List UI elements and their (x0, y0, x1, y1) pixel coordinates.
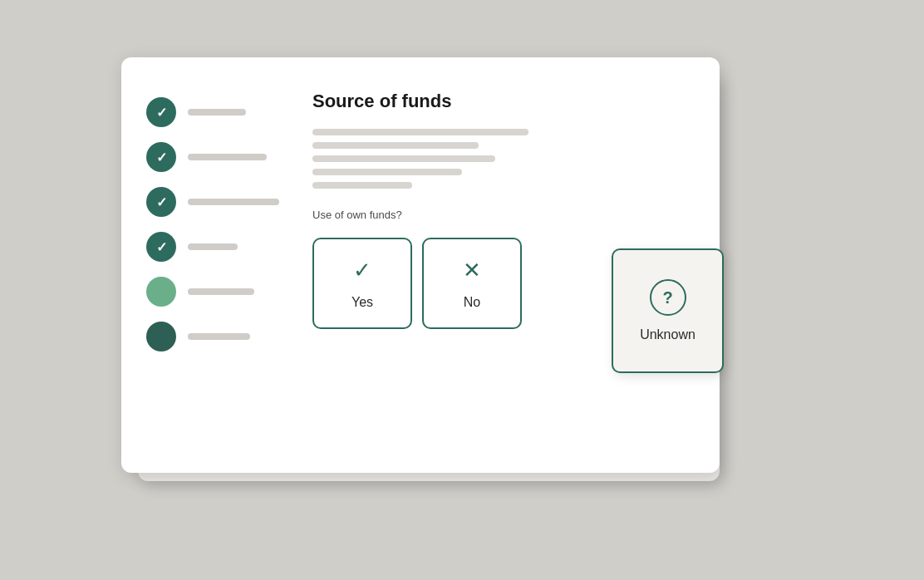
sidebar-item-4: ✓ (146, 232, 279, 262)
circle-6 (146, 322, 176, 351)
no-button[interactable]: ✕ No (422, 238, 522, 329)
unknown-card[interactable]: ? Unknown (612, 248, 724, 373)
yes-button[interactable]: ✓ Yes (312, 238, 412, 329)
text-lines (312, 129, 686, 189)
item-line-2 (188, 154, 267, 160)
yes-label: Yes (351, 295, 373, 310)
circle-2: ✓ (146, 142, 176, 172)
circle-4: ✓ (146, 232, 176, 262)
unknown-icon: ? (650, 279, 686, 316)
item-line-4 (188, 243, 238, 250)
no-icon: ✕ (463, 258, 481, 283)
sidebar-item-2: ✓ (146, 142, 279, 172)
check-icon-4: ✓ (156, 239, 167, 255)
text-line-1 (312, 129, 528, 135)
no-label: No (464, 295, 480, 310)
sidebar: ✓ ✓ ✓ ✓ (146, 91, 279, 440)
text-line-2 (312, 142, 479, 149)
question-label: Use of own funds? (312, 209, 686, 221)
check-icon-1: ✓ (156, 105, 167, 120)
text-line-3 (312, 155, 495, 162)
yes-icon: ✓ (353, 258, 371, 283)
sidebar-item-5 (146, 277, 279, 307)
sidebar-item-1: ✓ (146, 97, 279, 127)
item-line-6 (188, 333, 250, 340)
unknown-label: Unknown (640, 327, 695, 342)
item-line-1 (188, 109, 246, 116)
sidebar-item-6 (146, 322, 279, 351)
check-icon-2: ✓ (156, 150, 167, 165)
check-icon-3: ✓ (156, 194, 167, 210)
text-line-5 (312, 182, 412, 189)
scene: ✓ ✓ ✓ ✓ (121, 57, 803, 523)
circle-1: ✓ (146, 97, 176, 127)
circle-5 (146, 277, 176, 307)
circle-3: ✓ (146, 187, 176, 217)
sidebar-item-3: ✓ (146, 187, 279, 217)
section-title: Source of funds (312, 91, 686, 112)
text-line-4 (312, 169, 462, 175)
item-line-5 (188, 288, 254, 295)
item-line-3 (188, 199, 279, 205)
